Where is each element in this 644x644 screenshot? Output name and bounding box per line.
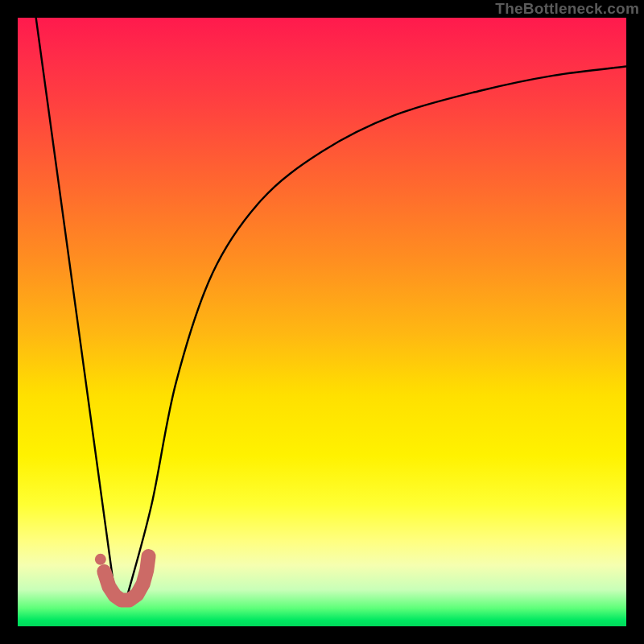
series-left-descent: [36, 18, 115, 596]
marker-layer: [95, 554, 106, 565]
marker-start-dot: [95, 554, 106, 565]
series-layer: [36, 18, 626, 600]
watermark-label: TheBottleneck.com: [495, 0, 639, 18]
chart-frame: TheBottleneck.com: [0, 0, 644, 644]
chart-lines: [18, 18, 626, 626]
plot-area: [18, 18, 626, 626]
series-right-log-curve: [127, 66, 626, 596]
